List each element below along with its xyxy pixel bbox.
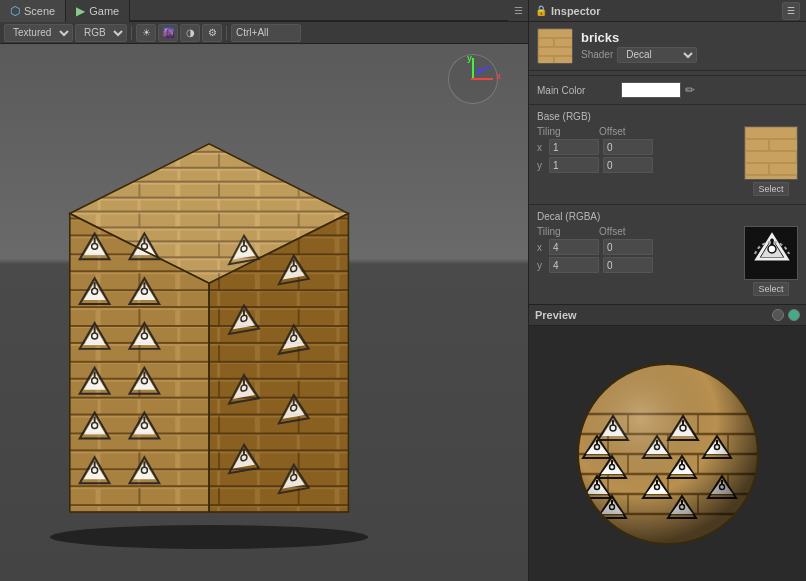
- decal-texture-section: Decal (RGBA) Tiling Offset x: [529, 209, 806, 300]
- preview-header: Preview: [529, 304, 806, 326]
- view-mode-select[interactable]: Textured: [4, 24, 73, 42]
- svg-point-106: [291, 474, 297, 481]
- tiling-col-header: Tiling: [537, 126, 587, 137]
- svg-point-22: [50, 525, 368, 549]
- toolbar-sep-2: [226, 26, 227, 40]
- material-area: bricks Shader Decal Main Color ✏: [529, 22, 806, 304]
- base-offset-x[interactable]: [603, 139, 653, 155]
- preview-controls: [772, 309, 800, 321]
- decal-tiling-offset: Tiling Offset x y: [537, 226, 740, 296]
- divider-2: [529, 104, 806, 105]
- preview-dot-2[interactable]: [788, 309, 800, 321]
- svg-point-86: [241, 314, 247, 321]
- svg-point-90: [291, 334, 297, 341]
- svg-rect-121: [746, 152, 796, 162]
- panel-menu-btn[interactable]: ☰: [508, 0, 528, 22]
- decal-x-label: x: [537, 242, 545, 253]
- sky-btn[interactable]: 🌆: [158, 24, 178, 42]
- svg-point-102: [241, 454, 247, 461]
- svg-point-42: [141, 288, 147, 294]
- base-y-label: y: [537, 160, 545, 171]
- base-tiling-y[interactable]: [549, 157, 599, 173]
- divider-1: [529, 75, 806, 76]
- game-tab-icon: ▶: [76, 4, 85, 18]
- base-label: Base (RGB): [537, 111, 617, 122]
- tab-game[interactable]: ▶ Game: [66, 0, 130, 22]
- preview-dot-1[interactable]: [772, 309, 784, 321]
- material-name: bricks: [581, 30, 798, 45]
- scene-tab-label: Scene: [24, 5, 55, 17]
- search-input[interactable]: [231, 24, 301, 42]
- base-select-btn[interactable]: Select: [753, 182, 788, 196]
- decal-offset-y[interactable]: [603, 257, 653, 273]
- material-header: bricks Shader Decal: [529, 22, 806, 71]
- svg-point-74: [141, 467, 147, 473]
- svg-point-129: [768, 245, 776, 253]
- main-color-row: Main Color ✏: [529, 80, 806, 100]
- preview-area[interactable]: [529, 326, 806, 581]
- axis-gizmo: y x z: [448, 54, 508, 114]
- svg-rect-124: [746, 176, 796, 180]
- base-x-label: x: [537, 142, 545, 153]
- base-tiling-offset: Tiling Offset x y: [537, 126, 740, 196]
- main-color-picker[interactable]: [621, 82, 681, 98]
- decal-texture-thumb[interactable]: [744, 226, 798, 280]
- base-texture-thumb[interactable]: [744, 126, 798, 180]
- scene-viewport[interactable]: y x z: [0, 44, 528, 581]
- svg-point-62: [92, 422, 98, 428]
- svg-point-98: [291, 404, 297, 411]
- svg-rect-118: [746, 128, 796, 138]
- svg-rect-120: [770, 140, 797, 150]
- svg-point-94: [241, 384, 247, 391]
- audio-btn[interactable]: ◑: [180, 24, 200, 42]
- offset-col-header: Offset: [599, 126, 649, 137]
- shader-label: Shader: [581, 49, 613, 60]
- svg-rect-112: [539, 39, 553, 46]
- svg-point-46: [92, 332, 98, 338]
- base-texture-thumb-area: Select: [744, 126, 798, 196]
- x-axis-label: x: [496, 71, 501, 81]
- scene-toolbar: Textured RGB ☀ 🌆 ◑ ⚙: [0, 22, 528, 44]
- svg-point-70: [92, 467, 98, 473]
- material-thumbnail[interactable]: [537, 28, 573, 64]
- cube-container: [20, 74, 438, 571]
- scene-background: y x z: [0, 44, 528, 581]
- svg-rect-113: [555, 39, 573, 46]
- svg-point-78: [241, 245, 247, 252]
- tab-bar: ⬡ Scene ▶ Game ☰: [0, 0, 528, 22]
- inspector-settings-btn[interactable]: ☰: [782, 2, 800, 20]
- decal-offset-x[interactable]: [603, 239, 653, 255]
- decal-label: Decal (RGBA): [537, 211, 617, 222]
- base-offset-y[interactable]: [603, 157, 653, 173]
- decal-y-label: y: [537, 260, 545, 271]
- svg-point-30: [92, 243, 98, 249]
- eyedropper-icon[interactable]: ✏: [685, 83, 695, 97]
- decal-tiling-y[interactable]: [549, 257, 599, 273]
- svg-point-38: [92, 288, 98, 294]
- svg-rect-114: [539, 48, 572, 55]
- main-color-label: Main Color: [537, 85, 617, 96]
- effects-btn[interactable]: ⚙: [202, 24, 222, 42]
- decal-select-btn[interactable]: Select: [753, 282, 788, 296]
- decal-offset-header: Offset: [599, 226, 649, 237]
- decal-tiling-x[interactable]: [549, 239, 599, 255]
- color-mode-select[interactable]: RGB: [75, 24, 127, 42]
- svg-point-50: [141, 332, 147, 338]
- toolbar-sep-1: [131, 26, 132, 40]
- svg-rect-119: [746, 140, 768, 150]
- svg-rect-111: [539, 30, 572, 37]
- y-axis-label: y: [467, 53, 472, 63]
- game-tab-label: Game: [89, 5, 119, 17]
- decal-tiling-header: Tiling: [537, 226, 587, 237]
- x-axis-line: [471, 78, 493, 80]
- inspector-header: 🔒 Inspector ☰: [529, 0, 806, 22]
- tab-scene[interactable]: ⬡ Scene: [0, 0, 66, 22]
- svg-point-66: [141, 422, 147, 428]
- divider-3: [529, 204, 806, 205]
- material-info: bricks Shader Decal: [581, 30, 798, 63]
- base-tiling-x[interactable]: [549, 139, 599, 155]
- shader-dropdown[interactable]: Decal: [617, 47, 697, 63]
- sun-btn[interactable]: ☀: [136, 24, 156, 42]
- base-texture-section: Base (RGB) Tiling Offset x: [529, 109, 806, 200]
- z-axis-label: z: [477, 65, 482, 75]
